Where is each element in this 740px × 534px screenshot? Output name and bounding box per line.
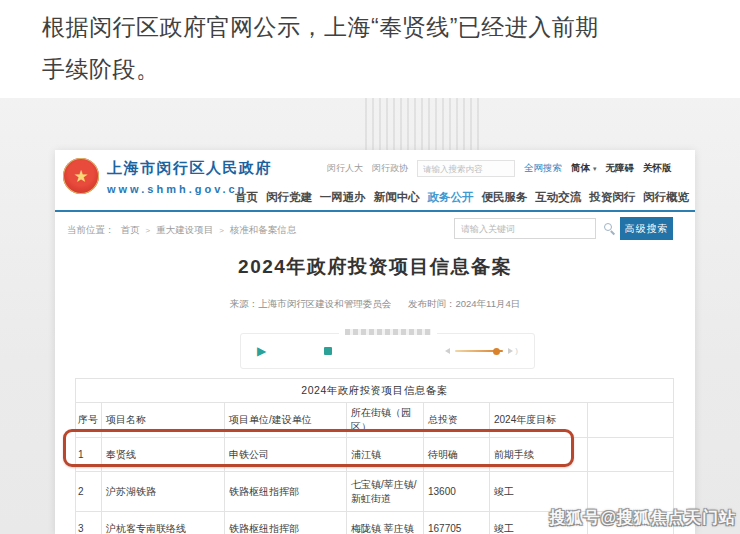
column-header: 项目名称 bbox=[102, 403, 225, 438]
table-cell: 申铁公司 bbox=[225, 438, 347, 472]
table-cell: 沪杭客专南联络线 bbox=[102, 512, 225, 534]
table-cell: 奉贤线 bbox=[102, 438, 225, 472]
site-search-input[interactable] bbox=[417, 160, 515, 177]
breadcrumb-item[interactable]: 核准和备案信息 bbox=[230, 224, 297, 237]
volume-slider[interactable] bbox=[455, 350, 503, 352]
play-icon[interactable]: ▶ bbox=[257, 345, 266, 357]
audio-controls: ▶ ) bbox=[241, 334, 534, 368]
column-header: 所在街镇（园区） bbox=[347, 403, 424, 438]
accessibility-link[interactable]: 无障碍 bbox=[606, 162, 635, 175]
header-utility-bar: 闵行人大 闵行政协 全网搜索 简体 ▾ 无障碍 关怀版 bbox=[327, 160, 691, 177]
table-cell: 沪苏湖铁路 bbox=[102, 472, 225, 512]
breadcrumb-item[interactable]: 首页 bbox=[121, 224, 140, 237]
table-caption: 2024年政府投资项目信息备案 bbox=[76, 379, 674, 403]
nav-item[interactable]: 新闻中心 bbox=[374, 190, 420, 205]
table-cell: 竣工 bbox=[490, 472, 588, 512]
nav-item[interactable]: 便民服务 bbox=[481, 190, 527, 205]
nav-item[interactable]: 一网通办 bbox=[320, 190, 366, 205]
nav-item[interactable]: 政务公开 bbox=[428, 190, 474, 205]
table-cell: 167705 bbox=[424, 512, 490, 534]
audio-player: ▶ ) bbox=[240, 333, 535, 369]
nav-item[interactable]: 闵行概览 bbox=[643, 190, 689, 205]
site-title: 上海市闵行区人民政府 bbox=[107, 159, 272, 178]
table-cell bbox=[588, 472, 674, 512]
nav-item[interactable]: 投资闵行 bbox=[589, 190, 635, 205]
article-publish-date: 发布时间：2024年11月4日 bbox=[408, 298, 520, 309]
breadcrumb-item[interactable]: 重大建设项目 bbox=[156, 224, 213, 237]
column-header: 项目单位/建设单位 bbox=[225, 403, 347, 438]
national-emblem-icon: ★ bbox=[63, 158, 99, 194]
keyword-search-input[interactable] bbox=[454, 218, 596, 239]
speaker-icon bbox=[508, 348, 513, 354]
main-nav: 首页闵行党建一网通办新闻中心政务公开便民服务互动交流投资闵行闵行概览 bbox=[235, 190, 689, 205]
column-header bbox=[588, 403, 674, 438]
article-source: 来源：上海市闵行区建设和管理委员会 bbox=[230, 298, 392, 309]
link-zhengxie[interactable]: 闵行政协 bbox=[372, 162, 408, 175]
table-cell: 1 bbox=[76, 438, 102, 472]
table-cell: 七宝镇/莘庄镇/新虹街道 bbox=[347, 472, 424, 512]
table-cell: 铁路枢纽指挥部 bbox=[225, 472, 347, 512]
table-cell bbox=[588, 438, 674, 472]
site-url: www.shmh.gov.cn bbox=[107, 183, 247, 195]
breadcrumb: 当前位置： 首页>重大建设项目>核准和备案信息 bbox=[67, 224, 296, 237]
table-row: 1奉贤线申铁公司浦江镇待明确前期手续 bbox=[76, 438, 674, 472]
article-meta: 来源：上海市闵行区建设和管理委员会 发布时间：2024年11月4日 bbox=[55, 298, 695, 311]
breadcrumb-prefix: 当前位置： bbox=[67, 224, 115, 237]
screenshot-panel: ★ 上海市闵行区人民政府 www.shmh.gov.cn 闵行人大 闵行政协 全… bbox=[0, 98, 740, 534]
nav-item[interactable]: 互动交流 bbox=[535, 190, 581, 205]
nav-item[interactable]: 首页 bbox=[235, 190, 258, 205]
table-row: 2沪苏湖铁路铁路枢纽指挥部七宝镇/莘庄镇/新虹街道13600竣工 bbox=[76, 472, 674, 512]
gov-website-screenshot: ★ 上海市闵行区人民政府 www.shmh.gov.cn 闵行人大 闵行政协 全… bbox=[55, 150, 695, 534]
breadcrumb-row: 当前位置： 首页>重大建设项目>核准和备案信息 高级搜索 bbox=[55, 214, 695, 244]
article-intro: 根据闵行区政府官网公示，上海“奉贤线”已经进入前期 手续阶段。 bbox=[42, 6, 599, 90]
table-cell: 前期手续 bbox=[490, 438, 588, 472]
search-icon[interactable] bbox=[604, 223, 612, 231]
intro-line2: 手续阶段。 bbox=[42, 48, 599, 90]
volume-group: ) bbox=[445, 347, 518, 355]
table-cell: 待明确 bbox=[424, 438, 490, 472]
breadcrumb-separator: > bbox=[219, 226, 224, 235]
volume-low-icon bbox=[445, 348, 450, 354]
watermark: 搜狐号@搜狐焦点天门站 bbox=[549, 508, 736, 529]
site-header: ★ 上海市闵行区人民政府 www.shmh.gov.cn 闵行人大 闵行政协 全… bbox=[55, 150, 695, 212]
chevron-down-icon: ▾ bbox=[593, 165, 597, 173]
breadcrumb-items: 首页>重大建设项目>核准和备案信息 bbox=[121, 224, 297, 237]
column-header: 序号 bbox=[76, 403, 102, 438]
search-all-button[interactable]: 全网搜索 bbox=[524, 162, 562, 175]
table-cell: 梅陇镇 莘庄镇 bbox=[347, 512, 424, 534]
speaker-wave-icon: ) bbox=[515, 347, 518, 355]
volume-slider-handle[interactable] bbox=[493, 348, 500, 355]
breadcrumb-separator: > bbox=[146, 226, 151, 235]
intro-line1: 根据闵行区政府官网公示，上海“奉贤线”已经进入前期 bbox=[42, 6, 599, 48]
page: 根据闵行区政府官网公示，上海“奉贤线”已经进入前期 手续阶段。 ★ 上海市闵行区… bbox=[0, 0, 740, 534]
stop-icon[interactable] bbox=[324, 347, 332, 355]
page-title: 2024年政府投资项目信息备案 bbox=[55, 254, 695, 280]
table-cell: 浦江镇 bbox=[347, 438, 424, 472]
column-header: 2024年度目标 bbox=[490, 403, 588, 438]
link-renda[interactable]: 闵行人大 bbox=[327, 162, 363, 175]
column-header: 总投资 bbox=[424, 403, 490, 438]
table-cell: 2 bbox=[76, 472, 102, 512]
language-toggle[interactable]: 简体 bbox=[571, 162, 590, 175]
table-header-row: 序号项目名称项目单位/建设单位所在街镇（园区）总投资2024年度目标 bbox=[76, 403, 674, 438]
table-cell: 铁路枢纽指挥部 bbox=[225, 512, 347, 534]
nav-item[interactable]: 闵行党建 bbox=[266, 190, 312, 205]
care-mode-link[interactable]: 关怀版 bbox=[643, 162, 672, 175]
table-cell: 3 bbox=[76, 512, 102, 534]
audio-player-caption bbox=[339, 329, 437, 335]
advanced-search-button[interactable]: 高级搜索 bbox=[620, 217, 673, 240]
table-cell: 13600 bbox=[424, 472, 490, 512]
